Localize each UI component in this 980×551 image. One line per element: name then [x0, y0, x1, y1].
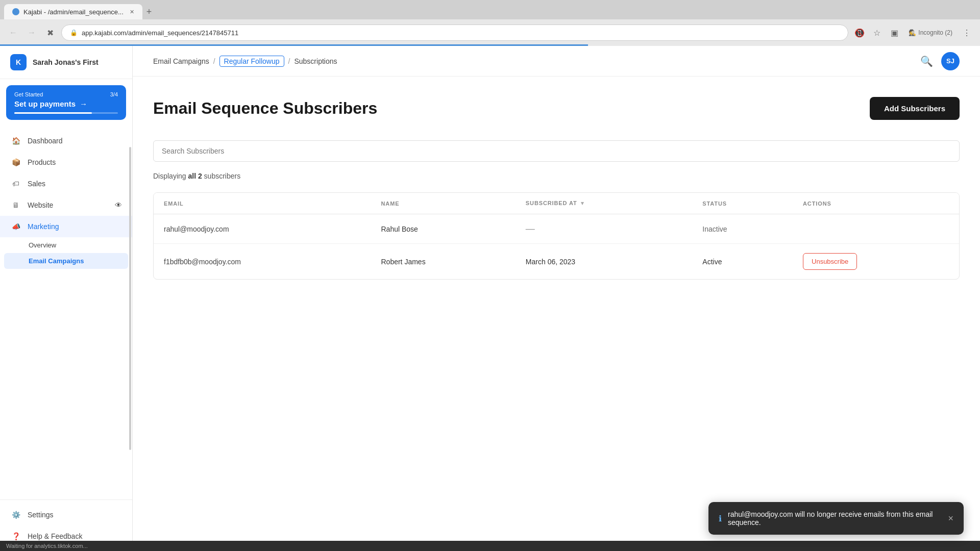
- circle-question-icon: ❓: [10, 531, 21, 542]
- toast-info-icon: ℹ: [719, 514, 722, 523]
- displaying-count-bold: all 2: [188, 172, 202, 180]
- row-email: rahul@moodjoy.com: [154, 214, 371, 244]
- displaying-suffix: subscribers: [202, 172, 240, 180]
- row-status: Active: [692, 244, 793, 280]
- tag-icon: 🏷: [10, 178, 21, 189]
- lock-icon: 🔒: [70, 29, 78, 36]
- tab-favicon: [12, 8, 19, 15]
- row-actions: [793, 214, 959, 244]
- sidebar-item-settings[interactable]: ⚙️ Settings: [0, 504, 132, 525]
- table-header: EMAIL NAME SUBSCRIBED AT ▾ STATUS ACTION…: [154, 193, 959, 214]
- breadcrumb: Email Campaigns / Regular Followup / Sub…: [153, 56, 337, 67]
- breadcrumb-subscriptions[interactable]: Subscriptions: [294, 57, 337, 65]
- displaying-count: Displaying all 2 subscribers: [153, 172, 960, 180]
- browser-tabs: Kajabi - /admin/email_sequence... ✕ +: [0, 0, 980, 19]
- address-text: app.kajabi.com/admin/email_sequences/214…: [82, 29, 238, 37]
- row-email: f1bdfb0b@moodjoy.com: [154, 244, 371, 280]
- col-email: EMAIL: [154, 193, 371, 214]
- sidebar-item-marketing[interactable]: 📣 Marketing: [0, 216, 132, 237]
- page-header: Email Sequence Subscribers Add Subscribe…: [153, 97, 960, 120]
- tab-title: Kajabi - /admin/email_sequence...: [23, 8, 124, 16]
- sidebar-cta[interactable]: Get Started 3/4 Set up payments →: [6, 85, 126, 120]
- displaying-prefix: Displaying: [153, 172, 188, 180]
- sidebar-item-sales[interactable]: 🏷 Sales: [0, 173, 132, 194]
- sidebar-item-products[interactable]: 📦 Products: [0, 152, 132, 173]
- gear-icon: ⚙️: [10, 509, 21, 520]
- status-bar: Waiting for analytics.tiktok.com...: [0, 541, 980, 551]
- breadcrumb-sep-1: /: [213, 57, 215, 65]
- sidebar-toggle-icon[interactable]: ▣: [887, 26, 901, 40]
- screenshare-icon[interactable]: 📵: [852, 26, 867, 40]
- sidebar: K Sarah Jonas's First Get Started 3/4 Se…: [0, 46, 133, 551]
- avatar[interactable]: SJ: [941, 52, 960, 70]
- search-icon[interactable]: 🔍: [920, 55, 933, 67]
- app: K Sarah Jonas's First Get Started 3/4 Se…: [0, 46, 980, 551]
- sidebar-sub-email-campaigns[interactable]: Email Campaigns: [4, 253, 128, 269]
- tab-close-icon[interactable]: ✕: [130, 9, 134, 15]
- sidebar-item-label: Products: [28, 158, 56, 166]
- unsubscribe-button[interactable]: Unsubscribe: [803, 253, 857, 270]
- page-title: Email Sequence Subscribers: [153, 99, 377, 118]
- incognito-icon: 🕵: [909, 29, 916, 36]
- reload-button[interactable]: ✖: [43, 26, 57, 40]
- page-content: Email Sequence Subscribers Add Subscribe…: [133, 77, 980, 551]
- browser-nav: ← → ✖ 🔒 app.kajabi.com/admin/email_seque…: [0, 19, 980, 46]
- subscribers-table-container: EMAIL NAME SUBSCRIBED AT ▾ STATUS ACTION…: [153, 192, 960, 280]
- sidebar-sub-label: Overview: [29, 241, 56, 249]
- eye-icon: 👁: [115, 201, 122, 209]
- sidebar-scrollbar-thumb: [129, 147, 131, 450]
- toast-message: rahul@moodjoy.com will no longer receive…: [728, 510, 936, 527]
- address-bar[interactable]: 🔒 app.kajabi.com/admin/email_sequences/2…: [61, 24, 848, 41]
- incognito-badge[interactable]: 🕵 Incognito (2): [904, 26, 957, 40]
- browser-nav-actions: 📵 ☆ ▣ 🕵 Incognito (2) ⋮: [852, 26, 974, 40]
- toast-close-button[interactable]: ×: [948, 513, 953, 524]
- topbar: Email Campaigns / Regular Followup / Sub…: [133, 46, 980, 77]
- sidebar-sub-overview[interactable]: Overview: [0, 237, 132, 253]
- row-actions[interactable]: Unsubscribe: [793, 244, 959, 280]
- sidebar-item-label: Help & Feedback: [28, 532, 82, 540]
- col-actions: ACTIONS: [793, 193, 959, 214]
- sidebar-item-label: Marketing: [28, 222, 59, 231]
- bookmark-icon[interactable]: ☆: [870, 26, 884, 40]
- cta-progress-bar: [14, 112, 92, 114]
- back-button[interactable]: ←: [6, 26, 20, 40]
- sidebar-header: K Sarah Jonas's First: [0, 46, 132, 79]
- col-name: NAME: [371, 193, 515, 214]
- sidebar-item-dashboard[interactable]: 🏠 Dashboard: [0, 130, 132, 152]
- new-tab-button[interactable]: +: [142, 7, 156, 17]
- forward-button[interactable]: →: [24, 26, 39, 40]
- toast-notification: ℹ rahul@moodjoy.com will no longer recei…: [708, 502, 964, 535]
- active-tab[interactable]: Kajabi - /admin/email_sequence... ✕: [4, 4, 142, 19]
- browser-chrome: Kajabi - /admin/email_sequence... ✕ + ← …: [0, 0, 980, 46]
- main-content: Email Campaigns / Regular Followup / Sub…: [133, 46, 980, 551]
- menu-icon[interactable]: ⋮: [960, 26, 974, 40]
- sort-icon: ▾: [581, 200, 584, 206]
- col-status: STATUS: [692, 193, 793, 214]
- incognito-label: Incognito (2): [918, 29, 952, 36]
- sidebar-item-label: Dashboard: [28, 137, 63, 145]
- add-subscribers-button[interactable]: Add Subscribers: [870, 97, 960, 120]
- cta-label: Get Started 3/4: [14, 91, 118, 97]
- sidebar-nav: 🏠 Dashboard 📦 Products 🏷 Sales 🖥 Website…: [0, 126, 132, 499]
- breadcrumb-email-campaigns[interactable]: Email Campaigns: [153, 57, 209, 65]
- status-text: Waiting for analytics.tiktok.com...: [6, 543, 88, 549]
- breadcrumb-sep-2: /: [288, 57, 290, 65]
- row-status: Inactive: [692, 214, 793, 244]
- table-row: rahul@moodjoy.com Rahul Bose — Inactive: [154, 214, 959, 244]
- sidebar-sub-label: Email Campaigns: [29, 257, 84, 265]
- megaphone-icon: 📣: [10, 221, 21, 232]
- sidebar-scrollbar[interactable]: [129, 46, 131, 551]
- search-input[interactable]: [153, 140, 960, 162]
- box-icon: 📦: [10, 157, 21, 168]
- row-name: Rahul Bose: [371, 214, 515, 244]
- cta-title: Set up payments →: [14, 99, 118, 108]
- col-subscribed-at[interactable]: SUBSCRIBED AT ▾: [516, 193, 693, 214]
- table-body: rahul@moodjoy.com Rahul Bose — Inactive …: [154, 214, 959, 280]
- breadcrumb-regular-followup[interactable]: Regular Followup: [219, 56, 284, 67]
- sidebar-logo: K: [10, 54, 27, 70]
- topbar-actions: 🔍 SJ: [920, 52, 960, 70]
- sidebar-item-website[interactable]: 🖥 Website 👁: [0, 194, 132, 216]
- sidebar-brand: Sarah Jonas's First: [33, 58, 99, 66]
- subscribers-table: EMAIL NAME SUBSCRIBED AT ▾ STATUS ACTION…: [154, 193, 959, 279]
- cta-progress: [14, 112, 118, 114]
